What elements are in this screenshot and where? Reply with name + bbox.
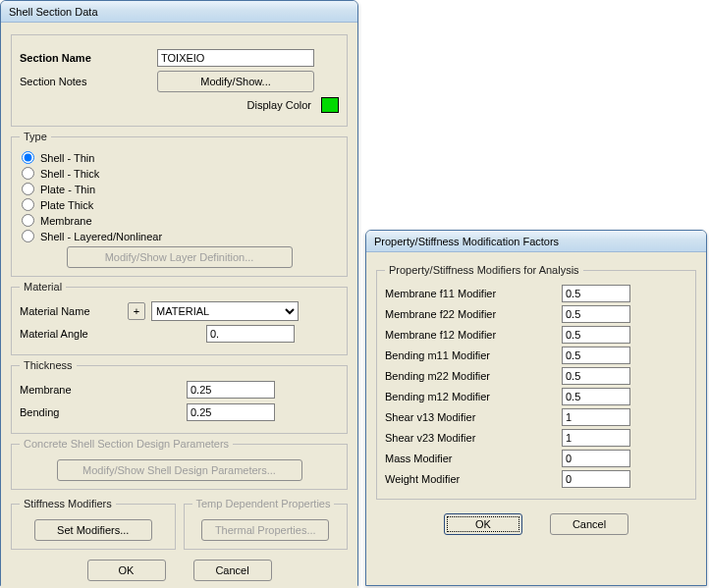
material-angle-label: Material Angle	[20, 328, 206, 340]
modifier-row: Bending m22 Modifier	[385, 367, 687, 385]
material-name-label: Material Name	[20, 305, 128, 317]
modifier-row: Membrane f12 Modifier	[385, 326, 687, 344]
modifier-row: Shear v13 Modifier	[385, 408, 687, 426]
display-color-swatch[interactable]	[321, 97, 339, 113]
ok-button[interactable]: OK	[87, 560, 166, 581]
type-radio-membrane[interactable]	[22, 214, 34, 227]
modifier-row: Shear v23 Modifier	[385, 429, 687, 447]
modifier-label: Shear v13 Modifier	[385, 411, 562, 423]
type-label-membrane: Membrane	[40, 215, 92, 227]
cancel-button[interactable]: Cancel	[193, 560, 272, 581]
shell-design-params-button: Modify/Show Shell Design Parameters...	[57, 459, 302, 481]
section-name-input[interactable]	[157, 49, 314, 67]
type-label-plate-thick: Plate Thick	[40, 199, 93, 211]
modifier-input[interactable]	[562, 326, 630, 344]
type-label-shell-thick: Shell - Thick	[40, 168, 99, 180]
type-radio-plate-thin[interactable]	[22, 183, 34, 195]
material-angle-input[interactable]	[206, 325, 295, 343]
section-header-group: Section Name Section Notes Modify/Show..…	[11, 34, 348, 127]
modifier-row: Membrane f11 Modifier	[385, 285, 687, 302]
modifier-label: Bending m12 Modifier	[385, 391, 562, 402]
modifier-row: Bending m11 Modifier	[385, 347, 687, 364]
modifier-input[interactable]	[562, 367, 630, 385]
thickness-group: Thickness Membrane Bending	[11, 359, 348, 434]
stiffness-modifiers-group: Stiffness Modifiers Set Modifiers...	[11, 498, 176, 550]
modifier-input[interactable]	[562, 305, 630, 323]
modifier-row: Mass Modifier	[385, 450, 687, 467]
modifier-row: Membrane f22 Modifier	[385, 305, 687, 323]
type-radio-layered[interactable]	[22, 230, 34, 242]
type-label-layered: Shell - Layered/Nonlinear	[40, 231, 162, 242]
modifier-label: Shear v23 Modifier	[385, 432, 562, 444]
modifier-input[interactable]	[562, 470, 630, 488]
modifiers-group: Property/Stiffness Modifiers for Analysi…	[376, 264, 696, 500]
shell-section-data-window: Shell Section Data Section Name Section …	[0, 0, 358, 586]
modifier-input[interactable]	[562, 408, 630, 426]
thickness-bending-input[interactable]	[187, 403, 275, 421]
modifier-input[interactable]	[562, 285, 630, 302]
modifier-row: Weight Modifier	[385, 470, 687, 488]
material-add-button[interactable]: +	[128, 302, 145, 320]
modifier-row: Bending m12 Modifier	[385, 388, 687, 405]
stiffness-modifiers-legend: Stiffness Modifiers	[20, 498, 116, 509]
modifiers-cancel-button[interactable]: Cancel	[550, 513, 628, 535]
type-radio-shell-thin[interactable]	[22, 151, 34, 164]
section-name-label: Section Name	[20, 52, 157, 64]
modifier-label: Weight Modifier	[385, 473, 562, 485]
modifier-input[interactable]	[562, 429, 630, 447]
design-params-group: Concrete Shell Section Design Parameters…	[11, 438, 348, 490]
thickness-membrane-input[interactable]	[187, 381, 275, 399]
material-name-select[interactable]: MATERIAL	[151, 301, 299, 321]
section-notes-label: Section Notes	[20, 76, 157, 87]
window-title: Shell Section Data	[1, 1, 357, 23]
modifiers-ok-button[interactable]: OK	[444, 513, 522, 535]
modify-show-notes-button[interactable]: Modify/Show...	[157, 71, 314, 92]
modification-factors-window: Property/Stiffness Modification Factors …	[365, 230, 707, 586]
temp-properties-group: Temp Dependent Properties Thermal Proper…	[184, 498, 349, 550]
type-label-plate-thin: Plate - Thin	[40, 184, 95, 195]
type-radio-shell-thick[interactable]	[22, 167, 34, 180]
modifier-label: Membrane f11 Modifier	[385, 288, 562, 299]
material-group: Material Material Name + MATERIAL Materi…	[11, 281, 348, 355]
modifier-label: Mass Modifier	[385, 453, 562, 464]
modifier-label: Bending m11 Modifier	[385, 349, 562, 361]
modifier-input[interactable]	[562, 347, 630, 364]
modify-show-layer-definition-button: Modify/Show Layer Definition...	[67, 246, 293, 268]
modifier-input[interactable]	[562, 450, 630, 467]
type-label-shell-thin: Shell - Thin	[40, 152, 94, 164]
design-params-legend: Concrete Shell Section Design Parameters	[20, 438, 233, 450]
modifier-label: Membrane f12 Modifier	[385, 329, 562, 341]
thickness-membrane-label: Membrane	[20, 384, 187, 396]
type-legend: Type	[20, 131, 51, 142]
type-group: Type Shell - Thin Shell - Thick Plate - …	[11, 131, 348, 277]
modifiers-window-title: Property/Stiffness Modification Factors	[366, 231, 706, 252]
modifier-input[interactable]	[562, 388, 630, 405]
type-radio-plate-thick[interactable]	[22, 198, 34, 211]
temp-properties-legend: Temp Dependent Properties	[192, 498, 335, 509]
modifiers-legend: Property/Stiffness Modifiers for Analysi…	[385, 264, 583, 276]
material-legend: Material	[20, 281, 66, 293]
modifier-label: Membrane f22 Modifier	[385, 308, 562, 320]
display-color-label: Display Color	[247, 99, 311, 111]
thickness-bending-label: Bending	[20, 406, 187, 418]
thickness-legend: Thickness	[20, 359, 77, 371]
set-modifiers-button[interactable]: Set Modifiers...	[34, 519, 152, 541]
thermal-properties-button: Thermal Properties...	[201, 519, 329, 541]
modifier-label: Bending m22 Modifier	[385, 370, 562, 382]
